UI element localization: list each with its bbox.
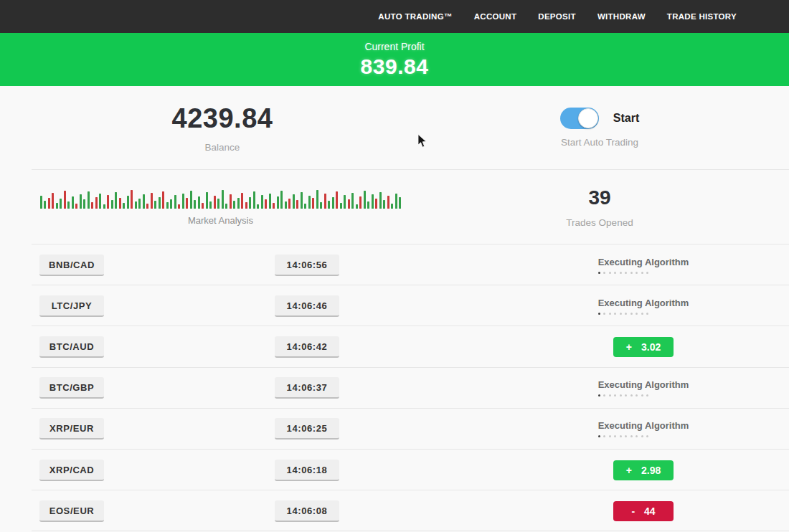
progress-dot	[603, 313, 605, 315]
progress-dot	[598, 272, 600, 274]
trade-time: 14:06:37	[275, 377, 339, 399]
trade-time: 14:06:46	[275, 295, 339, 317]
progress-dot	[614, 272, 616, 274]
progress-dot	[625, 313, 627, 315]
trade-time: 14:06:18	[275, 460, 339, 481]
trade-result-badge: + 2.98	[613, 460, 674, 480]
progress-dot	[609, 435, 611, 437]
progress-dot	[603, 394, 605, 396]
nav-item-trade-history[interactable]: TRADE HISTORY	[667, 12, 737, 21]
trade-time: 14:06:42	[275, 336, 339, 358]
auto-trading-label: Start Auto Trading	[561, 137, 638, 148]
table-row: XRP/EUR 14:06:25 Executing Algorithm	[0, 409, 789, 450]
progress-dot	[598, 394, 600, 396]
progress-dot	[625, 435, 627, 437]
trade-status: + 3.02	[550, 326, 737, 367]
table-row: XRP/CAD 14:06:18 + 2.98	[0, 450, 789, 490]
top-nav: AUTO TRADING™ ACCOUNT DEPOSIT WITHDRAW T…	[0, 0, 789, 33]
trade-result-badge: + 3.02	[613, 337, 674, 357]
progress-dot	[620, 394, 622, 396]
result-sign: +	[626, 465, 632, 476]
progress-dot	[636, 394, 638, 396]
table-row: BNB/CAD 14:06:56 Executing Algorithm	[0, 244, 789, 285]
trade-pair: LTC/JPY	[39, 295, 104, 317]
progress-dots	[598, 394, 689, 396]
trade-pair: BTC/AUD	[39, 336, 104, 358]
progress-dot	[641, 435, 643, 437]
trade-time: 14:06:25	[275, 418, 339, 440]
progress-dot	[614, 313, 616, 315]
nav-item-account[interactable]: ACCOUNT	[474, 12, 517, 21]
progress-dot	[641, 272, 643, 274]
executing-label: Executing Algorithm	[598, 379, 689, 390]
profit-banner-label: Current Profit	[364, 41, 424, 52]
trade-pair: BTC/GBP	[39, 377, 104, 399]
progress-dot	[630, 435, 633, 437]
progress-dot	[598, 435, 600, 437]
progress-dot	[620, 272, 622, 274]
progress-dot	[646, 435, 648, 437]
nav-item-deposit[interactable]: DEPOSIT	[538, 12, 576, 21]
progress-dot	[620, 435, 622, 437]
toggle-knob	[578, 108, 598, 128]
balance-label: Balance	[205, 142, 240, 153]
progress-dot	[603, 435, 605, 437]
progress-dots	[598, 435, 689, 437]
progress-dot	[609, 394, 611, 396]
progress-dot	[636, 272, 638, 274]
trade-result-badge: - 44	[613, 501, 674, 521]
trades-opened-label: Trades Opened	[566, 217, 633, 228]
table-row: LTC/JPY 14:06:46 Executing Algorithm	[0, 285, 789, 326]
trades-opened-stat: 39 Trades Opened	[445, 170, 755, 244]
stats-row-top: 4239.84 Balance Start Start Auto Trading	[0, 86, 789, 169]
trade-status-executing: Executing Algorithm	[598, 420, 689, 437]
nav-item-withdraw[interactable]: WITHDRAW	[597, 12, 646, 21]
progress-dot	[609, 272, 611, 274]
trade-pair: BNB/CAD	[39, 255, 104, 276]
progress-dot	[625, 272, 627, 274]
trade-pair: EOS/EUR	[39, 500, 104, 522]
trade-status: Executing Algorithm	[550, 244, 737, 285]
toggle-label: Start	[613, 112, 639, 125]
trade-status: Executing Algorithm	[550, 368, 737, 409]
trade-status-executing: Executing Algorithm	[598, 257, 689, 274]
trade-status: - 44	[550, 490, 737, 531]
market-analysis-stat: Market Analysis	[0, 170, 445, 244]
profit-banner: Current Profit 839.84	[0, 33, 789, 86]
trade-time: 14:06:56	[275, 255, 339, 276]
executing-label: Executing Algorithm	[598, 257, 689, 267]
result-sign: +	[626, 341, 632, 353]
progress-dot	[630, 394, 633, 396]
progress-dot	[646, 394, 648, 396]
trade-time: 14:06:08	[275, 500, 339, 522]
progress-dots	[598, 313, 689, 315]
stats-row-bottom: Market Analysis 39 Trades Opened	[0, 170, 789, 244]
progress-dot	[646, 313, 648, 315]
trade-status-executing: Executing Algorithm	[598, 298, 689, 315]
progress-dot	[625, 394, 627, 396]
result-value: 44	[644, 505, 656, 517]
progress-dot	[598, 313, 600, 315]
executing-label: Executing Algorithm	[598, 298, 689, 308]
progress-dot	[603, 272, 605, 274]
nav-item-auto-trading[interactable]: AUTO TRADING™	[378, 12, 452, 21]
trade-status-executing: Executing Algorithm	[598, 379, 689, 396]
result-value: 3.02	[641, 341, 661, 353]
progress-dot	[609, 313, 611, 315]
auto-trading-toggle[interactable]	[560, 108, 599, 129]
progress-dot	[614, 394, 616, 396]
progress-dot	[641, 394, 643, 396]
trade-status: Executing Algorithm	[550, 409, 737, 450]
progress-dot	[614, 435, 616, 437]
progress-dot	[630, 272, 633, 274]
result-value: 2.98	[641, 465, 661, 476]
trades-table: BNB/CAD 14:06:56 Executing Algorithm LTC…	[0, 244, 789, 531]
profit-banner-value: 839.84	[361, 54, 429, 79]
balance-stat: 4239.84 Balance	[0, 86, 445, 169]
trade-pair: XRP/EUR	[39, 418, 104, 440]
progress-dot	[620, 313, 622, 315]
progress-dot	[636, 435, 638, 437]
market-analysis-label: Market Analysis	[188, 215, 253, 226]
trade-status: Executing Algorithm	[550, 285, 737, 326]
executing-label: Executing Algorithm	[598, 420, 689, 431]
